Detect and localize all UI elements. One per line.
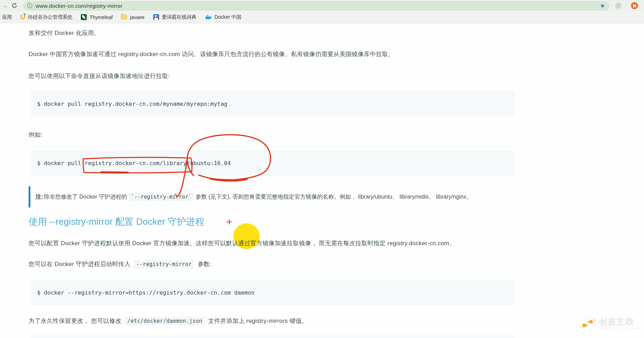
apps-shortcut[interactable]: 应用 bbox=[2, 14, 12, 20]
next-code-block-edge bbox=[31, 335, 514, 338]
watermark-logo-icon bbox=[579, 315, 596, 332]
paragraph-text: 文件并添加上 registry-mirrors 键值。 bbox=[206, 318, 308, 324]
code-text-image-tag: ubuntu:16.04 bbox=[190, 160, 231, 167]
docker-whale-icon bbox=[205, 14, 212, 20]
intro-tail-text: 发和交付 Docker 化应用。 bbox=[29, 29, 100, 37]
page-info-icon[interactable]: ⓘ bbox=[27, 2, 32, 9]
bookmark-iciba[interactable]: 爱词霸在线词典 bbox=[153, 14, 197, 20]
code-block-pull-ubuntu: $ docker pull registry.docker-cn.com/lib… bbox=[31, 150, 514, 176]
bookmark-thymeleaf[interactable]: Thymeleaf bbox=[81, 14, 113, 20]
daemon-json-paragraph: 为了永久性保留更改， 您可以修改 /etc/docker/daemon.json… bbox=[29, 317, 308, 325]
note-text: 除非您修改了 Docker 守护进程的 bbox=[44, 193, 127, 201]
yellow-highlight-circle bbox=[233, 223, 260, 249]
bookmark-shangguigu[interactable]: 尚硅谷办公管理系统 bbox=[20, 14, 72, 20]
watermark-subtitle: CHUANG XIN HU LIAN bbox=[599, 327, 640, 330]
section-heading-registry-mirror: 使用 --registry-mirror 配置 Docker 守护进程 bbox=[29, 216, 204, 228]
browser-toolbar: → ⓘ www.docker-cn.com/registry-mirror ★ bbox=[0, 0, 644, 11]
paragraph-text: 您可以在 Docker 守护进程启动时传入 bbox=[29, 261, 132, 267]
bookmark-label: 爱词霸在线词典 bbox=[162, 14, 197, 20]
forward-icon[interactable]: → bbox=[0, 2, 10, 10]
watermark-title: 创新互联 bbox=[599, 318, 640, 326]
code-block-daemon: $ docker --registry-mirror=https://regis… bbox=[31, 280, 514, 305]
address-bar[interactable]: ⓘ www.docker-cn.com/registry-mirror ★ bbox=[23, 1, 609, 10]
red-plus-annotation: + bbox=[226, 216, 233, 228]
bookmark-label: 尚硅谷办公管理系统 bbox=[28, 14, 72, 20]
registry-mirror-flag-code: --registry-mirror bbox=[134, 260, 194, 268]
bookmark-label: javaee bbox=[130, 14, 144, 20]
example-label: 例如: bbox=[29, 131, 42, 139]
reload-icon[interactable] bbox=[10, 2, 19, 10]
bookmark-star-icon[interactable]: ★ bbox=[600, 2, 605, 10]
note-callout: 注: 除非您修改了 Docker 守护进程的 `--registry-mirro… bbox=[29, 186, 472, 207]
bookmark-label: Docker 中国 bbox=[215, 14, 241, 20]
url-text[interactable]: www.docker-cn.com/registry-mirror bbox=[36, 3, 122, 9]
paragraph-text: 为了永久性保留更改， 您可以修改 bbox=[29, 318, 123, 324]
code-text: $ docker pull bbox=[37, 160, 85, 167]
daemon-json-path-code: /etc/docker/daemon.json bbox=[125, 317, 205, 325]
note-label: 注: bbox=[36, 193, 43, 201]
watermark: 创新互联 CHUANG XIN HU LIAN bbox=[579, 315, 640, 332]
leaf-icon bbox=[81, 14, 87, 20]
paragraph-text: 参数: bbox=[196, 261, 211, 267]
code-text: $ docker pull registry.docker-cn.com/myn… bbox=[37, 101, 227, 107]
bookmark-label: Thymeleaf bbox=[90, 14, 113, 20]
mirror-intro-paragraph: Docker 中国官方镜像加速可通过 registry.docker-cn.co… bbox=[29, 50, 394, 58]
page-content: 发和交付 Docker 化应用。 Docker 中国官方镜像加速可通过 regi… bbox=[0, 23, 644, 338]
bookmark-docker-cn[interactable]: Docker 中国 bbox=[205, 14, 241, 20]
bookmarks-bar: 应用 尚硅谷办公管理系统 Thymeleaf javaee 爱词霸在线词典 Do… bbox=[0, 11, 644, 23]
daemon-flag-paragraph: 您可以在 Docker 守护进程启动时传入 --registry-mirror … bbox=[29, 260, 211, 268]
pull-instruction-paragraph: 您可以使用以下命令直接从该镜像加速地址进行拉取: bbox=[29, 72, 170, 80]
u-logo-icon bbox=[20, 15, 25, 19]
bookmark-javaee[interactable]: javaee bbox=[121, 14, 144, 20]
folder-icon bbox=[121, 15, 127, 19]
code-block-pull-generic: $ docker pull registry.docker-cn.com/myn… bbox=[31, 91, 514, 116]
registry-mirror-code: `--registry-mirror` bbox=[128, 193, 194, 201]
browser-menu-icon[interactable] bbox=[631, 2, 638, 9]
note-text: 参数 (见下文), 否则您将需要完整地指定官方镜像的名称。例如， library… bbox=[195, 193, 472, 201]
code-text: $ docker --registry-mirror=https://regis… bbox=[37, 289, 255, 296]
dictionary-icon bbox=[153, 14, 159, 20]
highlighted-registry-prefix: registry.docker-cn.com/library/ bbox=[85, 160, 190, 167]
extension-icon[interactable] bbox=[615, 2, 622, 9]
